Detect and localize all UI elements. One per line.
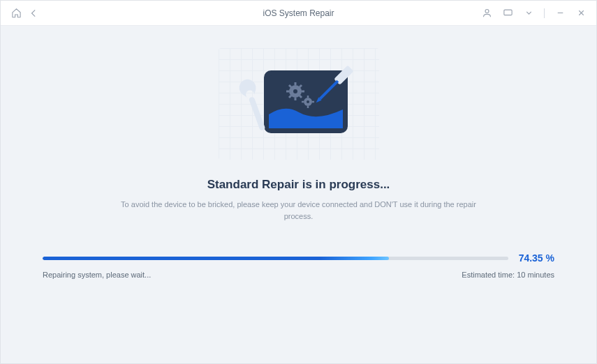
main-content: Standard Repair is in progress... To avo…: [1, 26, 596, 363]
progress-heading: Standard Repair is in progress...: [207, 178, 390, 192]
svg-point-19: [307, 100, 309, 103]
status-row: Repairing system, please wait... Estimat…: [43, 271, 554, 279]
titlebar: iOS System Repair: [1, 1, 596, 26]
progress-row: 74.35 %: [43, 252, 554, 264]
progress-bar: [43, 257, 508, 260]
svg-line-10: [300, 96, 302, 98]
svg-line-12: [300, 85, 302, 87]
progress-fill: [43, 257, 389, 260]
titlebar-divider: [544, 8, 545, 18]
home-icon[interactable]: [10, 8, 22, 19]
nav-left: [10, 8, 40, 19]
svg-rect-23: [248, 96, 265, 131]
progress-subtext: To avoid the device to be bricked, pleas…: [117, 199, 480, 222]
repair-illustration: [219, 48, 379, 160]
svg-line-11: [289, 96, 291, 98]
minimize-icon[interactable]: [554, 8, 566, 19]
status-right: Estimated time: 10 minutes: [462, 271, 554, 279]
chevron-down-icon[interactable]: [523, 8, 534, 19]
app-window: iOS System Repair: [0, 0, 597, 364]
user-icon[interactable]: [481, 8, 492, 19]
device-repair-icon: [226, 55, 372, 153]
svg-point-13: [293, 89, 297, 93]
back-icon[interactable]: [29, 8, 40, 19]
nav-right: [481, 8, 587, 19]
close-icon[interactable]: [575, 8, 587, 19]
svg-line-9: [289, 85, 291, 87]
feedback-icon[interactable]: [502, 8, 513, 19]
window-title: iOS System Repair: [263, 8, 334, 18]
svg-point-0: [485, 10, 489, 13]
progress-percent: 74.35 %: [518, 252, 554, 264]
status-left: Repairing system, please wait...: [43, 271, 151, 279]
